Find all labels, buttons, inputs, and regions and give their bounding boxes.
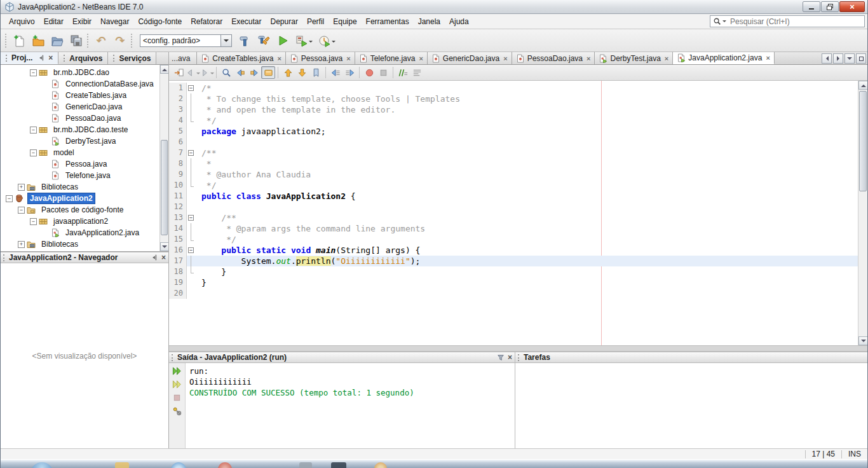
minimize-panel-icon[interactable] — [151, 254, 158, 261]
code-area[interactable]: 1−/*2 * To change this template, choose … — [169, 83, 858, 299]
filter-icon[interactable] — [497, 354, 505, 361]
next-occurrence-button[interactable] — [295, 66, 309, 79]
clean-build-button[interactable] — [255, 32, 273, 50]
fold-margin[interactable] — [187, 158, 195, 169]
fold-margin[interactable]: − — [187, 148, 195, 158]
profile-dropdown-caret-icon[interactable] — [332, 41, 336, 45]
uncomment-button[interactable] — [410, 66, 424, 79]
code-line[interactable]: 11public class JavaApplication2 { — [169, 191, 858, 202]
fold-margin[interactable]: − — [187, 83, 195, 93]
editor-tab-telefone-java[interactable]: Telefone.java× — [355, 52, 428, 64]
fold-margin[interactable] — [187, 126, 195, 137]
taskbar-app-dark-icon[interactable] — [331, 462, 346, 468]
line-number[interactable]: 14 — [169, 223, 187, 234]
last-edit-button[interactable] — [172, 66, 186, 79]
close-tab-icon[interactable]: × — [346, 55, 350, 62]
tree-node[interactable]: GenericDao.java — [1, 101, 168, 113]
menu-c-digo-fonte[interactable]: Código-fonte — [133, 15, 186, 28]
close-tab-icon[interactable]: × — [277, 55, 281, 62]
tree-node[interactable]: DerbyTest.java — [1, 135, 168, 147]
editor-tab-pessoadao-java[interactable]: PessoaDao.java× — [512, 52, 595, 64]
fold-margin[interactable] — [187, 223, 195, 234]
code-line[interactable]: 14 * @param args the command line argume… — [169, 223, 858, 234]
code-line[interactable]: 18 } — [169, 266, 858, 277]
explorer-tab-servios[interactable]: Serviços — [108, 52, 156, 64]
menu-depurar[interactable]: Depurar — [266, 15, 302, 28]
close-tab-icon[interactable]: × — [419, 55, 423, 62]
close-tab-icon[interactable]: × — [587, 55, 590, 62]
menu-editar[interactable]: Editar — [39, 15, 68, 28]
menu-ferramentas[interactable]: Ferramentas — [362, 15, 414, 28]
code-line[interactable]: 19} — [169, 277, 858, 288]
menu-exibir[interactable]: Exibir — [68, 15, 96, 28]
profile-button[interactable] — [316, 32, 337, 50]
close-tab-icon[interactable]: × — [766, 54, 770, 62]
code-editor[interactable]: 1−/*2 * To change this template, choose … — [169, 81, 867, 345]
find-prev-button[interactable] — [233, 66, 247, 79]
close-panel-icon[interactable]: × — [508, 354, 512, 361]
line-number[interactable]: 3 — [169, 104, 187, 115]
minimize-button[interactable] — [803, 1, 820, 12]
tree-vertical-scrollbar[interactable] — [159, 65, 168, 251]
editor-tab-createtables-java[interactable]: CreateTables.java× — [197, 52, 286, 64]
run-button[interactable] — [274, 32, 292, 50]
prev-occurrence-button[interactable] — [281, 66, 295, 79]
minimize-panel-icon[interactable] — [37, 54, 45, 62]
save-all-button[interactable] — [67, 32, 85, 50]
config-combobox[interactable]: <config. padrão> — [140, 34, 232, 47]
menu-equipe[interactable]: Equipe — [329, 15, 361, 28]
fold-margin[interactable] — [187, 180, 195, 191]
scroll-down-icon[interactable] — [160, 242, 168, 251]
build-button[interactable] — [236, 32, 254, 50]
tree-node[interactable]: Pessoa.java — [1, 158, 168, 170]
output-text[interactable]: run:OiiiiiiiiiiiiCONSTRUÍDO COM SUCESSO … — [186, 363, 515, 448]
code-line[interactable]: 12 — [169, 202, 858, 212]
forward-button[interactable] — [200, 66, 214, 79]
taskbar-app-red-icon[interactable] — [218, 462, 232, 468]
fold-margin[interactable] — [187, 169, 195, 180]
open-project-button[interactable] — [48, 32, 66, 50]
tree-node[interactable]: ConnectionDataBase.java — [1, 78, 168, 90]
macro-stop-button[interactable] — [376, 66, 390, 79]
code-line[interactable]: 10 */ — [169, 180, 858, 191]
rerun-alt-button[interactable] — [171, 378, 184, 390]
scroll-tabs-left-icon[interactable] — [822, 53, 832, 64]
code-line[interactable]: 2 * To change this template, choose Tool… — [169, 93, 858, 104]
editor-tab-javaapplication2-java[interactable]: JavaApplication2.java× — [673, 52, 775, 64]
line-number[interactable]: 9 — [169, 169, 187, 180]
code-line[interactable]: 15 */ — [169, 234, 858, 245]
code-fold-collapse-icon[interactable]: − — [188, 247, 194, 253]
line-number[interactable]: 16 — [169, 245, 187, 256]
code-line[interactable]: 7−/** — [169, 148, 858, 158]
scroll-down-icon[interactable] — [858, 336, 867, 345]
undo-button[interactable]: ↶ — [92, 32, 110, 50]
collapse-icon[interactable]: − — [18, 207, 25, 214]
code-line[interactable]: 9 * @author Ana Claudia — [169, 169, 858, 180]
new-file-button[interactable] — [10, 32, 28, 50]
collapse-icon[interactable]: − — [30, 149, 37, 156]
menu-executar[interactable]: Executar — [227, 15, 266, 28]
code-line[interactable]: 4 */ — [169, 115, 858, 126]
menu-janela[interactable]: Janela — [414, 15, 445, 28]
fold-margin[interactable] — [187, 137, 195, 148]
fold-margin[interactable] — [187, 202, 195, 212]
editor-tab--ava[interactable]: ...ava — [169, 52, 197, 64]
expand-icon[interactable]: + — [18, 184, 25, 191]
menu-perfil[interactable]: Perfil — [302, 15, 329, 28]
tree-node[interactable]: −JavaApplication2 — [1, 193, 168, 204]
fold-margin[interactable] — [187, 234, 195, 245]
find-button[interactable] — [219, 66, 233, 79]
find-next-button[interactable] — [247, 66, 261, 79]
search-box[interactable] — [710, 15, 865, 27]
code-fold-collapse-icon[interactable]: − — [188, 85, 194, 91]
comment-button[interactable] — [396, 66, 410, 79]
line-number[interactable]: 20 — [169, 288, 187, 299]
line-number[interactable]: 17 — [169, 256, 187, 266]
taskbar-app-orange-icon[interactable] — [374, 462, 387, 468]
line-number[interactable]: 5 — [169, 126, 187, 137]
line-number[interactable]: 18 — [169, 266, 187, 277]
tree-node[interactable]: JavaApplication2.java — [1, 227, 168, 238]
code-line[interactable]: 1−/* — [169, 83, 858, 93]
code-fold-collapse-icon[interactable]: − — [188, 215, 194, 221]
fold-margin[interactable] — [187, 115, 195, 126]
